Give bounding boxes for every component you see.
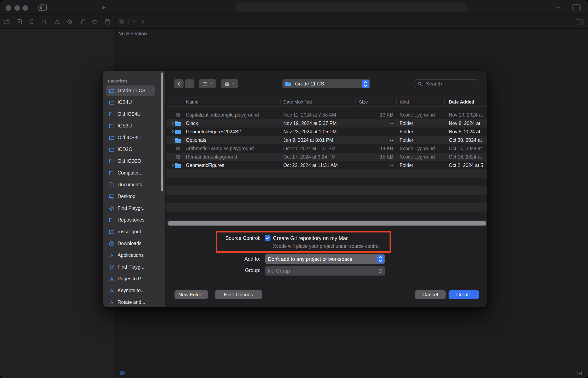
- add-to-label: Add to:: [166, 256, 260, 262]
- checkmark-diamond-icon[interactable]: [66, 18, 73, 25]
- new-folder-button[interactable]: New Folder: [174, 290, 208, 299]
- library-panel-icon[interactable]: [571, 4, 582, 12]
- blue-tag-icon[interactable]: [120, 371, 126, 375]
- column-header-kind[interactable]: Kind: [400, 97, 409, 107]
- date-modified-cell: Oct 21, 2024 at 1:31 PM: [283, 144, 335, 153]
- traffic-light-zoom[interactable]: [23, 5, 28, 11]
- file-row[interactable]: OptionalsJan 9, 2024 at 8:01 PM--FolderO…: [166, 136, 487, 144]
- split-editor-add-icon[interactable]: [575, 18, 585, 26]
- sidebar-item-label: Repositories: [118, 217, 145, 223]
- hide-options-button[interactable]: Hide Options: [215, 290, 262, 299]
- sidebar-item-documents[interactable]: Documents: [106, 180, 155, 190]
- sidebar-item-computer[interactable]: Computer...: [106, 168, 155, 178]
- file-row[interactable]: GeometricFigures2024S2Nov 23, 2024 at 1:…: [166, 127, 487, 136]
- traffic-light-close[interactable]: [6, 5, 11, 11]
- spray-fix-icon[interactable]: [79, 18, 86, 25]
- group-view-icon: [224, 81, 230, 87]
- git-repository-checkbox[interactable]: [265, 235, 270, 241]
- column-header-name[interactable]: Name: [186, 97, 199, 107]
- sidebar-scrollbar[interactable]: [161, 72, 163, 191]
- sidebar-item-rotate-and[interactable]: Rotate and...: [106, 297, 155, 307]
- chevron-left-icon[interactable]: [132, 19, 137, 25]
- sidebar-item-applications[interactable]: Applications: [106, 250, 155, 260]
- file-row[interactable]: ArithmeticExamples.playgroundOct 21, 202…: [166, 144, 487, 153]
- list-view-dropdown[interactable]: [199, 79, 216, 88]
- location-popup[interactable]: Grade 11 CS: [282, 79, 370, 88]
- folder-icon: [108, 123, 115, 129]
- search-input[interactable]: Search: [415, 79, 478, 88]
- sidebar-item-old-ics4u[interactable]: Old ICS4U: [106, 109, 155, 119]
- file-row[interactable]: Remainders.playgroundOct 17, 2024 at 3:2…: [166, 153, 487, 161]
- dialog-main: Grade 11 CS Search Name Date Modified Si…: [166, 71, 487, 307]
- sidebar-item-label: Find Playgr...: [118, 205, 146, 211]
- back-button[interactable]: [174, 79, 184, 88]
- location-popup-value: Grade 11 CS: [295, 81, 360, 87]
- folder-icon: [174, 162, 182, 168]
- sidebar-item-find-playgr[interactable]: Find Playgr...: [106, 262, 155, 272]
- sidebar-item-ics4u[interactable]: ICS4U: [106, 97, 155, 108]
- kind-cell: Folder: [400, 161, 413, 169]
- folder-icon: [108, 99, 115, 106]
- desktop-icon: [108, 193, 115, 200]
- sidebar-item-old-icd2o[interactable]: Old ICD2O: [106, 156, 155, 166]
- sidebar-item-keynote-to[interactable]: Keynote to...: [106, 285, 155, 296]
- appstore-icon: [108, 299, 115, 306]
- sidebar-item-label: Find Playgr...: [118, 264, 146, 270]
- date-modified-cell: Nov 11, 2024 at 7:58 AM: [283, 111, 336, 119]
- xcode-window: No Selection Favorites Grade 11 CSICS4UO…: [0, 0, 588, 378]
- file-row[interactable]: ClockNov 19, 2024 at 5:37 PM--FolderNov …: [166, 119, 487, 127]
- column-header-date-added[interactable]: Date Added: [449, 97, 474, 107]
- folder-icon[interactable]: [3, 18, 10, 25]
- chevron-right-icon[interactable]: [140, 19, 146, 25]
- stepper-icon: [376, 255, 384, 263]
- file-row[interactable]: CapitalizationExample.playgroundNov 11, …: [166, 111, 487, 119]
- sidebar-item-pages-to-p[interactable]: Pages to P...: [106, 274, 155, 284]
- sidebar-item-repositories[interactable]: Repositories: [106, 215, 155, 225]
- search-icon[interactable]: [41, 18, 48, 25]
- disclosure-chevron-icon[interactable]: [171, 130, 175, 134]
- file-name: CapitalizationExample.playground: [186, 111, 259, 119]
- list-document-icon[interactable]: [104, 18, 111, 25]
- sidebar-item-ics3u[interactable]: ICS3U: [106, 121, 155, 131]
- gear-icon: [108, 205, 115, 212]
- column-header-date-modified[interactable]: Date Modified: [283, 97, 312, 107]
- sidebar-item-find-playgr[interactable]: Find Playgr...: [106, 203, 155, 213]
- sidebar-item-old-ics3u[interactable]: Old ICS3U: [106, 133, 155, 143]
- date-modified-cell: Nov 23, 2024 at 1:05 PM: [283, 127, 337, 136]
- empty-row: [166, 178, 487, 186]
- hide-debug-area-icon[interactable]: [577, 370, 583, 376]
- sidebar-toggle-icon[interactable]: [38, 4, 47, 12]
- create-button[interactable]: Create: [449, 290, 479, 299]
- traffic-light-minimize[interactable]: [14, 5, 20, 11]
- date-added-cell: Nov 10, 2024 at: [449, 111, 487, 119]
- add-to-dropdown[interactable]: Don't add to any project or workspace: [265, 254, 385, 264]
- sidebar-item-downloads[interactable]: Downloads: [106, 238, 155, 249]
- chevron-left-icon: [176, 81, 182, 86]
- cancel-button[interactable]: Cancel: [415, 290, 446, 299]
- git-repository-checkbox-label[interactable]: Create Git repository on my Mac: [273, 235, 348, 241]
- column-header-size[interactable]: Size: [359, 97, 368, 107]
- titlebar: [0, 0, 588, 15]
- group-view-dropdown[interactable]: [221, 79, 238, 88]
- add-plus-icon[interactable]: [555, 4, 561, 11]
- appstore-icon: [108, 287, 115, 294]
- search-placeholder: Search: [426, 81, 442, 87]
- bookmark-icon[interactable]: [28, 18, 35, 25]
- sidebar-item-grade-11-cs[interactable]: Grade 11 CS: [106, 85, 155, 96]
- download-circle-icon: [108, 241, 115, 247]
- disclosure-chevron-icon[interactable]: [171, 163, 175, 167]
- disclosure-chevron-icon[interactable]: [171, 121, 175, 125]
- tag-icon[interactable]: [92, 18, 98, 25]
- run-play-icon[interactable]: [101, 4, 107, 11]
- horizontal-scrollbar-thumb[interactable]: [168, 221, 486, 226]
- warning-triangle-icon[interactable]: [54, 18, 60, 25]
- grid-squares-icon[interactable]: [118, 19, 124, 25]
- forward-button[interactable]: [185, 79, 194, 88]
- sidebar-item-icd2o[interactable]: ICD2O: [106, 144, 155, 155]
- sidebar-item-desktop[interactable]: Desktop: [106, 191, 155, 202]
- sidebar-item-russellgord[interactable]: russellgord...: [106, 227, 155, 237]
- xmark-square-icon[interactable]: [16, 18, 23, 25]
- disclosure-chevron-icon[interactable]: [171, 138, 175, 142]
- file-row[interactable]: GeometricFiguresOct 22, 2024 at 11:31 AM…: [166, 161, 487, 169]
- sidebar-item-label: Old ICD2O: [118, 158, 141, 164]
